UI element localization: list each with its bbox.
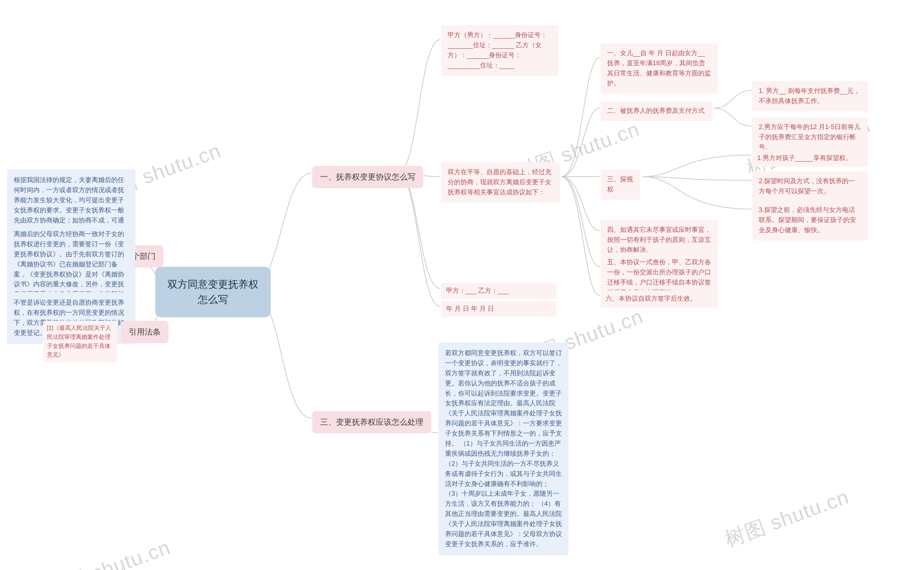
article-3-title: 三、探视权: [601, 169, 640, 200]
article-2-sub-1: 1. 男方__ 则每年支付抚养费__元，不承担具体抚养工作。: [752, 81, 868, 112]
article-6: 六、本协议自双方签字后生效。: [601, 290, 718, 308]
preamble: 双方在平等、自愿的基础上，经过充分的协商，现就双方离婚后变更子女抚养权等相关事宜…: [441, 162, 560, 202]
parties-header: 甲方（男方）：______身份证号：_______住址：______ 乙方（女方…: [441, 25, 558, 76]
watermark: 树图 shutu.cn: [43, 534, 174, 570]
root-node[interactable]: 双方同意变更抚养权怎么写: [155, 267, 271, 317]
signature-line: 甲方：___ 乙方：___: [441, 283, 557, 299]
branch-cite-title[interactable]: 引用法条: [121, 321, 169, 343]
watermark: 树图 shutu.cn: [721, 483, 853, 554]
cite-text: [1]《最高人民法院关于人民法院审理离婚案件处理子女抚养问题的若干具体意见》: [43, 321, 117, 362]
article-3-sub-3: 3.探望之前，必须先经与女方电话联系。探望期间，要保证孩子的安全及身心健康、愉快…: [752, 200, 868, 241]
date-line: 年 月 日 年 月 日: [441, 301, 557, 317]
article-3-sub-2: 2.探望时间及方式，没有抚养的一方每个月可以探望一次。: [752, 171, 868, 202]
article-1: 一、女儿__自 年 月 日起由女方__抚养，直至年满18周岁，其间负责其日常生活…: [601, 43, 718, 94]
branch-3-title[interactable]: 三、变更抚养权应该怎么处理: [312, 411, 431, 434]
branch-1-title[interactable]: 一、抚养权变更协议怎么写: [312, 166, 423, 188]
branch-3-text: 若双方都同意变更抚养权，双方可以签订一个变更协议，表明变更的事实就行了，双方签字…: [438, 343, 569, 555]
article-2-title: 二、被抚养人的抚养费及支付方式: [601, 101, 712, 121]
article-3-sub-1: 1.男方对孩子_____享有探望权。: [752, 150, 868, 167]
